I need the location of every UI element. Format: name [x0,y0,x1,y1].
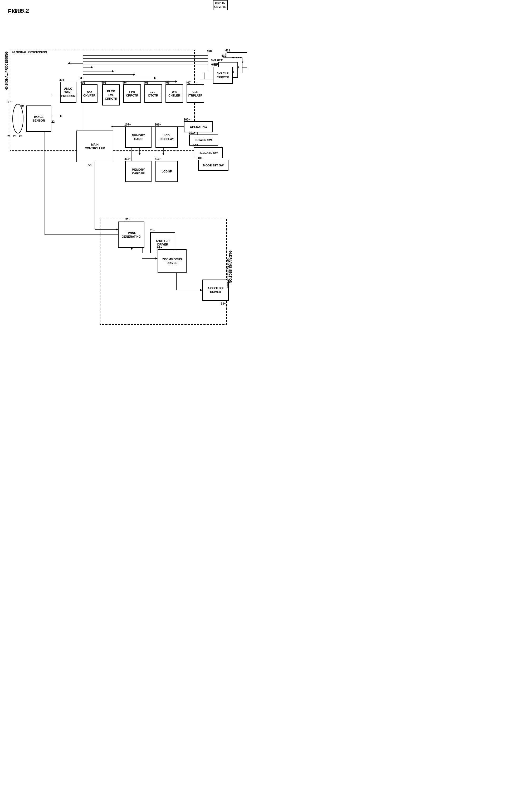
lcd-if-block: LCD I/F [155,161,178,182]
ref-401: 401 [59,78,64,82]
fig-title: FIG.2 [14,7,29,14]
ref-23: 23 [19,135,22,138]
svg-marker-69 [200,289,202,291]
lcd-display-block: LCDDISPPLAY [155,126,178,148]
ref-21: 21 [7,135,10,138]
clr-crrctr-block2: 3×3 CLRCRRCTR [213,67,233,84]
evlt-dtctr-block: EVLTDTCTR [144,84,162,103]
svg-marker-23 [91,66,93,68]
svg-marker-55 [60,115,62,117]
ref-30: 30 [21,104,24,107]
blck-lvl-block: BLCKLVLCRRCTR [102,84,120,106]
lens-svg [10,103,26,135]
mode-set-sw-block: MODE SET SW [198,160,229,171]
ref-105: 105~ [197,156,204,160]
ad-cnvrtr-block: A/DCNVRTR [81,84,97,103]
ref-402: 402 [80,81,85,84]
ref-412: 412~ [124,157,131,160]
ref-411: 411 [225,49,230,52]
zoom-focus-block: ZOOM/FOCUSDRIVER [158,249,187,273]
svg-marker-60 [139,153,141,155]
signal-processing-label: 40:SIGNAL PROCESSING [5,52,8,90]
driving-section-label: 60:DRIVING SECTION [226,258,230,289]
svg-marker-50 [155,257,158,260]
svg-marker-25 [112,70,114,72]
ref-61: 61~ [150,229,155,232]
ref-50: 50 [88,164,91,167]
ref-107: 107~ [124,123,131,126]
ref-407: 407 [186,81,190,84]
aperture-driver-block: APERTUREDRIVER [202,280,229,301]
ref-20: 20 [13,135,16,138]
ref-408: 408 [207,49,212,53]
ref-413: 413~ [155,157,161,160]
memory-card-if-block: MEMORYCARD I/F [125,161,152,182]
svg-marker-30 [154,77,156,79]
operating-block: OPERATING [184,121,213,133]
ref-63: 63~ [221,302,226,305]
image-sensor-block: IMAGE SENSOR [26,106,51,132]
ref-410: 410 [221,54,226,57]
main-controller-block: MAINCONTROLLER [77,130,113,162]
svg-marker-29 [80,77,82,79]
ref-62: 62~ [157,246,162,249]
grdtn-cnvrtr-block: GRDTNCNVRTR [213,0,228,10]
ref-403: 403 [101,81,106,84]
anlg-sgnl-block: ANLGSGNLPRCESSR [60,82,77,103]
svg-marker-45 [116,228,118,231]
clr-itrplatr-block: CLRITRPLATR [187,84,204,103]
diagram-container: FIG.2 40:SIGNAL PROCESSING 60:DRIVING SE… [0,0,258,406]
ref-100: 100~ [184,118,190,121]
ref-31: 31~ [125,218,130,221]
ref-406: 406 [165,81,170,84]
ref-22: 22 [51,120,55,123]
svg-marker-32 [175,81,177,83]
ref-405: 405 [144,81,148,84]
ref-101: 101~ [189,131,195,134]
ref-409: 409 [217,59,222,62]
timing-generating-block: TIMINGGENERATING [118,222,144,248]
ref-102: 102~ [193,144,200,147]
memory-card-block: MEMORYCARD [125,126,152,148]
svg-marker-63 [162,153,164,155]
signal-processing-dashed-label: 40:SIGNAL PROCESSING [11,51,48,54]
svg-marker-66 [111,125,113,128]
ref-404: 404 [123,81,127,84]
svg-marker-21 [68,62,70,64]
svg-marker-47 [131,248,133,250]
fpn-crrctr-block: FPNCRRCTR [123,84,141,103]
wb-cntler-block: WBCNTLER [165,84,183,103]
ref-106: 106~ [155,123,161,126]
svg-marker-27 [133,74,135,76]
ref-408b: 408 [212,63,217,66]
